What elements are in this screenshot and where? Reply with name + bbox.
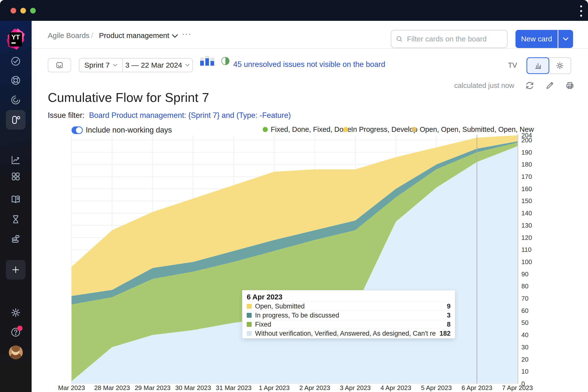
svg-text:110: 110: [521, 246, 532, 253]
tooltip-value: 3: [447, 312, 450, 319]
svg-text:30: 30: [521, 344, 528, 351]
tooltip-swatch-open: [247, 304, 252, 309]
svg-text:29 Mar 2023: 29 Mar 2023: [135, 384, 170, 392]
tooltip-row: In progress, To be discussed 3: [247, 311, 450, 320]
tooltip-label: Without verification, Verified, Answered…: [255, 330, 436, 337]
svg-text:140: 140: [521, 210, 532, 217]
tooltip-value: 182: [440, 330, 450, 337]
svg-text:5 Apr 2023: 5 Apr 2023: [421, 384, 452, 392]
svg-text:100: 100: [521, 258, 532, 266]
tooltip-value: 8: [447, 321, 450, 328]
tooltip-row: Without verification, Verified, Answered…: [247, 329, 450, 338]
svg-text:160: 160: [521, 185, 532, 192]
svg-text:1 Apr 2023: 1 Apr 2023: [259, 384, 290, 392]
svg-text:170: 170: [521, 173, 532, 180]
tooltip-label: Fixed: [255, 321, 444, 328]
tooltip-label: Open, Submitted: [255, 302, 444, 310]
svg-text:130: 130: [521, 222, 532, 229]
svg-text:4 Apr 2023: 4 Apr 2023: [380, 384, 411, 392]
tooltip-date: 6 Apr 2023: [247, 292, 450, 302]
tooltip-row: Open, Submitted 9: [247, 302, 450, 311]
svg-text:Mar 2023: Mar 2023: [58, 384, 85, 392]
tooltip-swatch-in-progress: [247, 313, 252, 318]
svg-text:80: 80: [521, 282, 528, 290]
svg-text:50: 50: [521, 319, 528, 326]
chart-view-tab[interactable]: [526, 57, 549, 74]
tooltip-swatch-without-verification: [247, 331, 252, 336]
svg-text:190: 190: [521, 149, 532, 156]
svg-text:90: 90: [521, 270, 528, 278]
svg-text:20: 20: [521, 356, 528, 363]
svg-text:180: 180: [521, 161, 532, 168]
svg-text:120: 120: [521, 234, 532, 241]
svg-text:28 Mar 2023: 28 Mar 2023: [94, 384, 130, 392]
chart-tooltip: 6 Apr 2023 Open, Submitted 9 In progress…: [242, 290, 455, 338]
svg-text:3 Apr 2023: 3 Apr 2023: [340, 384, 371, 392]
tooltip-row: Fixed 8: [247, 320, 450, 329]
svg-text:40: 40: [521, 331, 528, 338]
svg-text:200: 200: [521, 136, 532, 144]
svg-text:60: 60: [521, 307, 528, 314]
svg-text:70: 70: [521, 295, 528, 302]
tooltip-swatch-fixed: [247, 322, 252, 327]
tooltip-label: In progress, To be discussed: [255, 312, 444, 319]
tooltip-value: 9: [447, 302, 450, 310]
svg-text:30 Mar 2023: 30 Mar 2023: [175, 384, 211, 392]
svg-text:2 Apr 2023: 2 Apr 2023: [300, 384, 330, 392]
svg-text:6 Apr 2023: 6 Apr 2023: [462, 384, 492, 392]
svg-text:150: 150: [521, 197, 532, 204]
svg-text:7 Apr 2023: 7 Apr 2023: [502, 384, 533, 392]
chart-bars-icon: [534, 62, 542, 70]
svg-text:31 Mar 2023: 31 Mar 2023: [216, 384, 252, 392]
svg-text:10: 10: [521, 368, 528, 375]
